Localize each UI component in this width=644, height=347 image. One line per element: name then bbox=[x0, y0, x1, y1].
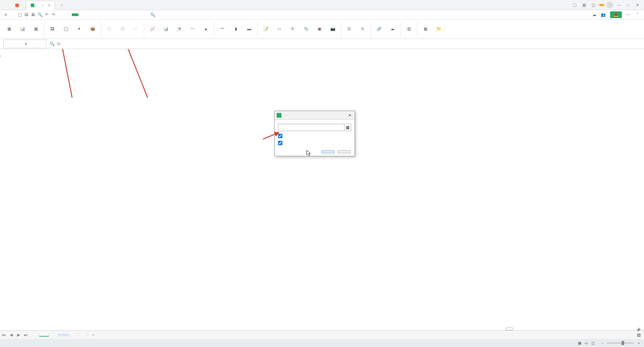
online-flow-button[interactable]: ⬡ bbox=[103, 21, 115, 38]
dialog-titlebar[interactable]: ✕ bbox=[275, 111, 355, 120]
shape-button[interactable]: ◯ bbox=[59, 21, 72, 38]
chart-gallery[interactable]: 📊 bbox=[159, 21, 172, 38]
maximize-icon[interactable]: □ bbox=[625, 2, 632, 8]
sheet-next-icon[interactable]: ▶ bbox=[15, 331, 22, 339]
print-icon[interactable]: 🖶 bbox=[30, 12, 36, 18]
tab-effect[interactable] bbox=[136, 13, 143, 16]
textbox-button[interactable]: 📝 bbox=[259, 21, 272, 38]
picture-button[interactable]: 🖼 bbox=[46, 21, 59, 38]
chart-gallery2[interactable]: ◔ bbox=[173, 21, 185, 38]
tab-dev[interactable] bbox=[120, 13, 127, 16]
attach-button[interactable]: 📎 bbox=[300, 21, 312, 38]
tab-workbook[interactable]: ○ ✕ bbox=[26, 1, 55, 10]
close-icon[interactable]: ✕ bbox=[347, 113, 353, 118]
close-window-icon[interactable]: ✕ bbox=[634, 2, 641, 8]
collab-button[interactable]: 👥 bbox=[601, 12, 607, 17]
cancel-button[interactable] bbox=[338, 151, 351, 153]
symbol-button[interactable]: Ω bbox=[343, 21, 356, 38]
tab-insert[interactable] bbox=[72, 13, 78, 16]
chevron-down-icon[interactable]: ▾ bbox=[25, 42, 43, 46]
spark-col-button[interactable]: ▮ bbox=[229, 21, 242, 38]
object-button[interactable]: ▣ bbox=[313, 21, 326, 38]
sheet-first-icon[interactable]: ⏮ bbox=[0, 331, 7, 339]
layout-icon-3[interactable]: ◫ bbox=[590, 2, 597, 8]
table-button[interactable]: ▦ bbox=[30, 21, 42, 38]
search-input[interactable] bbox=[157, 12, 204, 17]
layout-icon-1[interactable]: ▢ bbox=[571, 2, 578, 8]
camera-button[interactable]: 📷 bbox=[326, 21, 339, 38]
header-footer-button[interactable]: ▭ bbox=[273, 21, 285, 38]
grid[interactable]: ✕ ▦ bbox=[0, 49, 644, 302]
filter-button-checkbox[interactable] bbox=[278, 141, 282, 145]
pivot-chart-button[interactable]: 📊 bbox=[16, 21, 29, 38]
lookup-icon[interactable]: 🔍 bbox=[50, 42, 55, 46]
more-button[interactable]: ⋯ bbox=[129, 21, 142, 38]
tab-data[interactable] bbox=[96, 13, 103, 16]
link-button[interactable]: 🔗 bbox=[373, 21, 385, 38]
form-button[interactable]: ▦ bbox=[419, 21, 432, 38]
add-tab-button[interactable]: ＋ bbox=[58, 2, 65, 8]
pivot-table-button[interactable]: ▦ bbox=[3, 21, 15, 38]
tab-view[interactable] bbox=[112, 13, 119, 16]
has-header-checkbox[interactable] bbox=[278, 134, 282, 138]
zoom-plus-icon[interactable]: ＋ bbox=[637, 341, 641, 346]
sheet-last-icon[interactable]: ⏭ bbox=[22, 331, 30, 339]
undo-icon[interactable]: ↶ bbox=[44, 12, 50, 18]
tab-layout[interactable] bbox=[80, 13, 87, 16]
resource-button[interactable]: 📁 bbox=[432, 21, 445, 38]
login-button[interactable] bbox=[599, 4, 604, 6]
chart-gallery3[interactable]: 〰 bbox=[186, 21, 199, 38]
file-menu[interactable] bbox=[9, 14, 16, 15]
zoom-minus-icon[interactable]: − bbox=[601, 341, 603, 345]
overflow-icon[interactable]: ⋯ bbox=[625, 12, 631, 18]
view-mode-icon[interactable]: ◫ bbox=[591, 341, 595, 345]
ok-button[interactable] bbox=[322, 151, 334, 153]
view-page-icon[interactable]: ▭ bbox=[585, 341, 588, 345]
save-icon[interactable]: 🖫 bbox=[23, 12, 30, 18]
sheet-1[interactable] bbox=[30, 334, 39, 336]
cloud-status[interactable]: ☁ bbox=[592, 12, 597, 17]
preview-icon[interactable]: 🔍 bbox=[37, 12, 43, 18]
sheet-2[interactable] bbox=[39, 333, 49, 337]
sheet-4[interactable] bbox=[59, 334, 68, 336]
minimize-icon[interactable]: — bbox=[615, 2, 623, 8]
sheet-3[interactable] bbox=[49, 334, 59, 336]
slicer-button[interactable]: ▥ bbox=[402, 21, 415, 38]
avatar[interactable] bbox=[606, 2, 613, 8]
add-sheet-button[interactable]: ＋ bbox=[88, 332, 99, 338]
new-icon[interactable]: ▢ bbox=[17, 12, 23, 18]
sheet-5[interactable] bbox=[68, 334, 78, 336]
spark-win-button[interactable]: ▬ bbox=[243, 21, 256, 38]
daoke-button[interactable]: 📦 bbox=[86, 21, 99, 38]
wordart-button[interactable]: A bbox=[286, 21, 299, 38]
tab-formula[interactable] bbox=[88, 13, 95, 16]
zoom-slider[interactable] bbox=[607, 342, 634, 344]
chevron-down-icon[interactable]: ˅ bbox=[635, 12, 641, 18]
share-button[interactable]: 📤 bbox=[610, 11, 622, 18]
wps-cloud-button[interactable]: ☁ bbox=[386, 21, 399, 38]
all-chart-button[interactable]: 📈 bbox=[146, 21, 159, 38]
online-mind-button[interactable]: ☊ bbox=[116, 21, 129, 38]
name-box[interactable]: ▾ bbox=[3, 40, 46, 48]
search-box[interactable]: 🔍 bbox=[150, 12, 204, 17]
sheet-prev-icon[interactable]: ◀ bbox=[7, 331, 15, 339]
tab-start[interactable] bbox=[64, 13, 70, 16]
ime-badge[interactable] bbox=[506, 328, 513, 330]
layout-icon-2[interactable]: ▦ bbox=[580, 2, 588, 8]
range-picker-icon[interactable]: ▦ bbox=[344, 124, 351, 131]
hamburger-icon[interactable]: ≡ bbox=[3, 12, 9, 18]
spark-line-button[interactable]: 〜 bbox=[216, 21, 229, 38]
sheet-6[interactable] bbox=[78, 334, 88, 336]
chart-gallery4[interactable]: ▲ bbox=[200, 21, 212, 38]
redo-icon[interactable]: ↷ bbox=[50, 12, 56, 18]
tab-review[interactable] bbox=[104, 13, 111, 16]
fx-icon[interactable]: fx bbox=[57, 42, 60, 46]
tab-home[interactable] bbox=[3, 1, 11, 10]
formula-button[interactable]: π bbox=[356, 21, 369, 38]
view-normal-icon[interactable]: ▦ bbox=[578, 341, 581, 345]
zoom-thumb[interactable] bbox=[622, 341, 624, 345]
icon-button[interactable]: ✦ bbox=[73, 21, 86, 38]
close-icon[interactable]: ✕ bbox=[48, 4, 51, 7]
tab-member[interactable] bbox=[128, 13, 135, 16]
range-input[interactable] bbox=[278, 125, 344, 130]
